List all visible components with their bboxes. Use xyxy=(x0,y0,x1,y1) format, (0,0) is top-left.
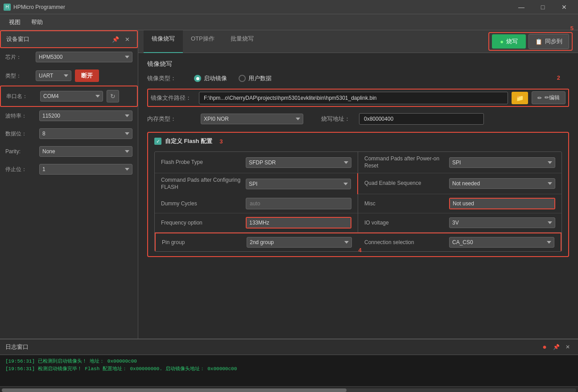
pin-icon-button[interactable]: 📌 xyxy=(111,35,120,44)
filepath-display: F:\hpm...o\CherryDAP\projects\hpm5301evk… xyxy=(199,92,508,104)
serial-select[interactable]: COM4 xyxy=(40,91,103,102)
config-row-connection: Connection selection CA_CS0 xyxy=(358,233,561,251)
serial-label: 串口名： xyxy=(6,93,37,100)
config-row-frequency: Frequency option 133MHz xyxy=(155,213,358,233)
cmd-power-select[interactable]: SPI xyxy=(449,157,555,168)
device-panel-title: 设备窗口 xyxy=(6,35,29,43)
menu-view[interactable]: 视图 xyxy=(4,16,26,28)
config-row-quad-enable: Quad Enable Sequence Not needed xyxy=(358,173,561,194)
config-row-io-voltage: IO voltage 3V xyxy=(358,213,561,233)
radio-boot-image[interactable]: 启动镜像 xyxy=(194,74,227,82)
flash-config-header: ✓ 自定义 Flash 配置 3 xyxy=(154,137,562,145)
config-row-dummy: Dummy Cycles xyxy=(155,194,358,213)
radio-boot-circle xyxy=(194,75,201,82)
right-panel-wrapper: 镜像烧写 OTP操作 批量烧写 ● 烧写 📋 同步到 xyxy=(138,30,578,339)
tab-batch-burn[interactable]: 批量烧写 xyxy=(223,30,262,53)
window-controls: — □ ✕ xyxy=(511,0,574,14)
log-line-2: [19:56:31] 检测启动镜像完毕！ Flash 配置地址： 0x00000… xyxy=(5,365,573,372)
databits-row: 数据位： 8 xyxy=(0,125,138,143)
baud-row: 波特率： 115200 xyxy=(0,107,138,125)
stopbits-select[interactable]: 1 xyxy=(39,164,132,175)
sync-button[interactable]: 📋 同步到 xyxy=(528,34,569,49)
stopbits-label: 停止位： xyxy=(5,166,36,173)
log-text-1: 已检测到启动镜像头！ 地址： 0x00000c00 xyxy=(38,359,137,364)
parity-select[interactable]: None xyxy=(39,146,132,157)
parity-row: Parity: None xyxy=(0,143,138,160)
type-select[interactable]: UART xyxy=(36,70,71,81)
scroll-thumb xyxy=(2,388,347,392)
config-row-cmd-power-on: Command Pads after Power-on Reset SPI xyxy=(358,152,561,173)
databits-label: 数据位： xyxy=(5,130,36,138)
edit-button[interactable]: ✏ ✏编辑 xyxy=(532,91,566,104)
addr-input[interactable]: 0x80000400 xyxy=(359,113,484,125)
menu-help[interactable]: 帮助 xyxy=(26,16,48,28)
filepath-label: 镜像文件路径： xyxy=(151,94,195,102)
config-row-cmd-flash: Command Pads after Configuring FLASH SPI xyxy=(155,173,358,194)
flash-config-checkbox[interactable]: ✓ xyxy=(154,138,161,145)
maximize-button[interactable]: □ xyxy=(533,0,553,14)
baud-select[interactable]: 115200 xyxy=(39,110,132,121)
annotation-3: 3 xyxy=(219,138,223,145)
burn-button[interactable]: ● 烧写 xyxy=(492,34,526,49)
panel-header-icons: 📌 ✕ xyxy=(111,35,132,44)
disconnect-button[interactable]: 断开 xyxy=(75,69,99,82)
log-time-2: [19:56:31] xyxy=(5,366,35,372)
app-title: HPMicro Programmer xyxy=(13,4,511,10)
app-icon: H xyxy=(4,4,11,11)
log-pin-button[interactable]: 📌 xyxy=(551,342,561,352)
probe-type-select[interactable]: SFDP SDR xyxy=(246,157,351,168)
connection-select[interactable]: CA_CS0 xyxy=(449,237,554,248)
close-button[interactable]: ✕ xyxy=(554,0,574,14)
stopbits-row: 停止位： 1 xyxy=(0,160,138,178)
scroll-track xyxy=(2,388,576,392)
image-type-row: 镜像类型： 启动镜像 用户数据 2 xyxy=(147,74,569,82)
menubar: 视图 帮助 xyxy=(0,14,578,30)
refresh-serial-button[interactable]: ↻ xyxy=(107,90,119,102)
chip-row: 芯片： HPM5300 xyxy=(0,48,138,66)
tab-bar: 镜像烧写 OTP操作 批量烧写 ● 烧写 📋 同步到 xyxy=(138,30,578,53)
scroll-bar[interactable] xyxy=(0,386,578,392)
titlebar: H HPMicro Programmer — □ ✕ xyxy=(0,0,578,14)
radio-user-data[interactable]: 用户数据 xyxy=(239,74,272,82)
burn-section-title: 镜像烧写 xyxy=(147,60,569,68)
filepath-row: 镜像文件路径： F:\hpm...o\CherryDAP\projects\hp… xyxy=(151,91,566,104)
tab-otp[interactable]: OTP操作 xyxy=(183,30,223,53)
folder-button[interactable]: 📁 xyxy=(512,92,528,104)
misc-select[interactable]: Not used xyxy=(450,199,554,208)
annotation-4: 4 xyxy=(358,247,361,253)
config-row-misc: Misc Not used xyxy=(358,194,561,213)
right-content: 镜像烧写 镜像类型： 启动镜像 用户数据 2 xyxy=(138,53,578,339)
config-grid: Flash Probe Type SFDP SDR Command Pads a… xyxy=(154,151,562,252)
misc-label: Misc xyxy=(364,200,445,208)
quad-enable-label: Quad Enable Sequence xyxy=(364,180,445,187)
tab-image-burn[interactable]: 镜像烧写 xyxy=(144,30,183,53)
cmd-flash-select[interactable]: SPI xyxy=(246,179,351,189)
log-title: 日志窗口 xyxy=(5,343,29,351)
dummy-input[interactable] xyxy=(246,198,351,209)
minimize-button[interactable]: — xyxy=(511,0,532,14)
cmd-power-label: Command Pads after Power-on Reset xyxy=(364,155,445,169)
io-voltage-select[interactable]: 3V xyxy=(449,217,555,228)
config-row-probe-type: Flash Probe Type SFDP SDR xyxy=(155,152,358,173)
dummy-label: Dummy Cycles xyxy=(161,200,241,208)
quad-enable-select[interactable]: Not needed xyxy=(449,178,555,189)
baud-label: 波特率： xyxy=(5,112,36,120)
memory-select[interactable]: XPI0 NOR xyxy=(201,114,303,124)
sync-icon: 📋 xyxy=(535,38,542,45)
pin-group-select[interactable]: 2nd group xyxy=(247,237,352,248)
frequency-select[interactable]: 133MHz xyxy=(247,218,351,228)
action-buttons-annotated: ● 烧写 📋 同步到 5 xyxy=(488,32,573,51)
log-text-2: 检测启动镜像完毕！ Flash 配置地址： 0x00000000. 启动镜像头地… xyxy=(38,366,237,372)
chip-select[interactable]: HPM5300 xyxy=(36,52,132,62)
main-layout: 设备窗口 📌 ✕ 1 芯片： HPM5300 类型： UART 断开 串口名： xyxy=(0,30,578,339)
cmd-flash-label: Command Pads after Configuring FLASH xyxy=(161,177,241,191)
log-stop-button[interactable]: ● xyxy=(540,342,549,352)
type-row: 类型： UART 断开 xyxy=(0,66,138,86)
addr-label: 烧写地址： xyxy=(321,115,350,123)
memory-label: 内存类型： xyxy=(147,115,192,123)
log-content: [19:56:31] 已检测到启动镜像头！ 地址： 0x00000c00 [19… xyxy=(0,355,578,386)
close-panel-button[interactable]: ✕ xyxy=(123,35,132,44)
device-panel-header: 设备窗口 📌 ✕ 1 xyxy=(0,30,138,48)
databits-select[interactable]: 8 xyxy=(39,128,132,139)
log-close-button[interactable]: ✕ xyxy=(563,342,573,352)
